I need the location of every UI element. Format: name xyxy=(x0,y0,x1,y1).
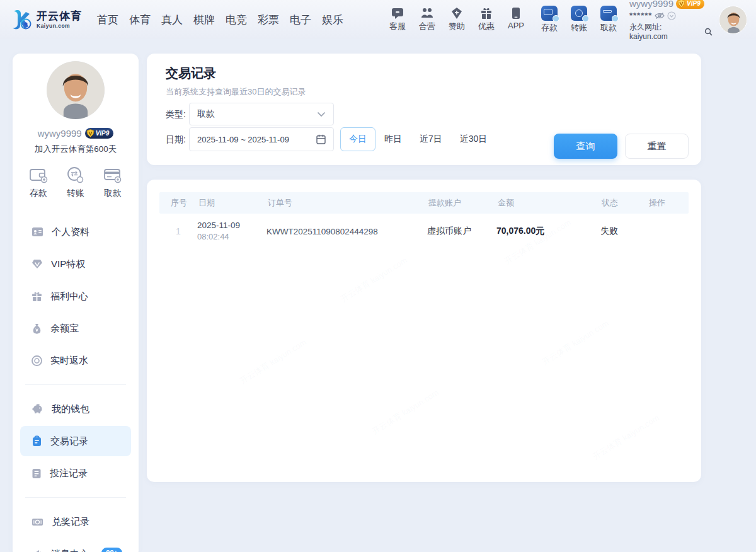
customer-service-button[interactable]: 客服 xyxy=(387,7,408,32)
watermark-text: 开云体育 kaiyun.com xyxy=(540,318,610,368)
table-header: 序号 日期 订单号 提款账户 金额 状态 操作 xyxy=(159,192,689,214)
range-yesterday-button[interactable]: 昨日 xyxy=(375,127,411,151)
nav-item-home[interactable]: 首页 xyxy=(96,9,120,31)
date-filter-label: 日期: xyxy=(166,134,186,146)
kaiyun-logo[interactable]: 开云体育 Kaiyun.com xyxy=(9,8,91,32)
rebate-icon xyxy=(32,355,42,366)
transfer-tile-icon xyxy=(571,6,587,21)
sidebar-item-transactions[interactable]: 交易记录 xyxy=(20,426,131,456)
partner-icon xyxy=(420,7,434,20)
wallet-actions: 存款 转账 取款 xyxy=(13,155,139,199)
page-title: 交易记录 xyxy=(166,65,216,82)
withdraw-button[interactable]: 取款 xyxy=(598,6,619,33)
user-avatar[interactable] xyxy=(719,6,747,34)
nav-item-lottery[interactable]: 彩票 xyxy=(256,9,280,31)
calendar-icon xyxy=(316,134,326,144)
row-amount: 70,076.00元 xyxy=(496,226,600,237)
sidebar-item-rebate[interactable]: 实时返水 xyxy=(20,345,131,376)
deposit-button[interactable]: 存款 xyxy=(539,6,560,33)
sidebar-menu: 个人资料 VIP特权 福利中心 余额宝 xyxy=(13,217,139,552)
message-center-icon xyxy=(32,549,43,552)
sidebar-item-bets-label: 投注记录 xyxy=(50,468,88,480)
vip-shield-icon xyxy=(677,0,685,8)
customer-service-label: 客服 xyxy=(389,21,406,32)
withdraw-tile-icon xyxy=(600,6,617,21)
sidebar-item-profile-label: 个人资料 xyxy=(52,226,89,238)
sidebar-item-welfare[interactable]: 福利中心 xyxy=(20,281,131,311)
customer-service-icon xyxy=(391,7,404,20)
date-range-input[interactable]: 2025-11-09 ~ 2025-11-09 xyxy=(189,127,334,151)
deposit-label: 存款 xyxy=(541,22,558,33)
range-30days-button[interactable]: 近30日 xyxy=(451,127,496,151)
money-bag-icon xyxy=(32,323,42,334)
logo-text-cn: 开云体育 xyxy=(37,11,82,21)
sidebar-item-wallet[interactable]: 我的钱包 xyxy=(20,394,131,424)
page-subtitle: 当前系统支持查询最近30日的交易记录 xyxy=(166,86,306,98)
date-range-value: 2025-11-09 ~ 2025-11-09 xyxy=(197,135,289,144)
avatar-image xyxy=(719,6,747,34)
row-time: 08:02:44 xyxy=(197,231,266,243)
partner-button[interactable]: 合营 xyxy=(417,7,437,32)
nav-item-chess[interactable]: 棋牌 xyxy=(192,9,216,31)
col-status: 状态 xyxy=(600,197,648,209)
nav-item-entertainment[interactable]: 娱乐 xyxy=(321,9,345,31)
sidebar-item-welfare-label: 福利中心 xyxy=(50,290,88,302)
row-order-no: KWWT202511090802444298 xyxy=(266,227,427,236)
sidebar-withdraw-button[interactable]: 取款 xyxy=(103,166,122,199)
quick-range-group: 今日 昨日 近7日 近30日 xyxy=(340,127,496,151)
message-count-badge: 99+ xyxy=(101,548,122,552)
type-select[interactable]: 取款 xyxy=(189,103,334,125)
deposit-tile-icon xyxy=(541,6,558,21)
transfer-button[interactable]: 转账 xyxy=(568,6,590,33)
sidebar-item-prizes[interactable]: 兑奖记录 xyxy=(20,507,131,537)
promo-button[interactable]: 优惠 xyxy=(476,7,496,32)
sidebar-item-profile[interactable]: 个人资料 xyxy=(20,217,131,247)
join-days-text: 加入开云体育第600天 xyxy=(35,144,117,155)
search-button[interactable]: 查询 xyxy=(554,134,617,159)
sidebar-deposit-label: 存款 xyxy=(30,188,47,199)
top-navbar: 开云体育 Kaiyun.com 首页 体育 真人 棋牌 电竞 彩票 电子 娱乐 … xyxy=(0,0,756,39)
sidebar-deposit-button[interactable]: 存款 xyxy=(29,166,48,199)
table-row: 1 2025-11-09 08:02:44 KWWT20251109080244… xyxy=(159,214,689,249)
sidebar-item-bets[interactable]: 投注记录 xyxy=(20,458,131,488)
col-amount: 金额 xyxy=(496,197,600,209)
reset-button[interactable]: 重置 xyxy=(625,134,689,159)
nav-item-esports[interactable]: 电竞 xyxy=(224,9,248,31)
id-card-icon xyxy=(32,227,43,237)
vip-level-label: VIP9 xyxy=(687,0,701,8)
range-7days-button[interactable]: 近7日 xyxy=(411,127,451,151)
chevron-down-icon xyxy=(317,112,326,117)
type-filter-label: 类型: xyxy=(166,109,186,120)
menu-divider xyxy=(25,384,126,385)
sidebar-item-messages-label: 消息中心 xyxy=(51,548,89,552)
profile-avatar[interactable] xyxy=(47,61,105,119)
sponsor-label: 赞助 xyxy=(449,21,465,32)
sidebar-withdraw-label: 取款 xyxy=(104,188,122,199)
sidebar-item-yuebao[interactable]: 余额宝 xyxy=(20,313,131,343)
range-today-button[interactable]: 今日 xyxy=(340,127,375,151)
app-download-button[interactable]: APP xyxy=(506,7,526,32)
sidebar-transfer-label: 转账 xyxy=(67,188,84,199)
logo-text-en: Kaiyun.com xyxy=(37,23,82,29)
balance-expand-icon[interactable] xyxy=(667,11,676,20)
prize-record-icon xyxy=(32,517,43,527)
nav-item-live[interactable]: 真人 xyxy=(160,9,184,31)
search-icon[interactable] xyxy=(704,28,713,36)
sidebar-item-messages[interactable]: 消息中心 99+ xyxy=(20,539,131,552)
row-account: 虚拟币账户 xyxy=(427,226,496,237)
vip-gem-icon xyxy=(32,259,43,269)
eye-off-icon[interactable] xyxy=(655,12,665,20)
transfer-label: 转账 xyxy=(571,22,587,33)
sponsor-button[interactable]: 赞助 xyxy=(447,7,467,32)
watermark-text: 开云体育 kaiyun.com xyxy=(370,387,440,437)
app-label: APP xyxy=(508,21,524,30)
kaiyun-logo-icon xyxy=(9,8,33,32)
nav-item-slots[interactable]: 电子 xyxy=(289,9,312,31)
masked-balance: ****** xyxy=(629,11,652,21)
col-index: 序号 xyxy=(159,197,197,209)
withdraw-label: 取款 xyxy=(600,22,617,33)
sidebar-item-vip[interactable]: VIP特权 xyxy=(20,249,131,279)
nav-item-sports[interactable]: 体育 xyxy=(128,9,152,31)
filter-card: 交易记录 当前系统支持查询最近30日的交易记录 类型: 取款 日期: 2025-… xyxy=(147,54,701,165)
sidebar-transfer-button[interactable]: 转账 xyxy=(66,166,85,199)
